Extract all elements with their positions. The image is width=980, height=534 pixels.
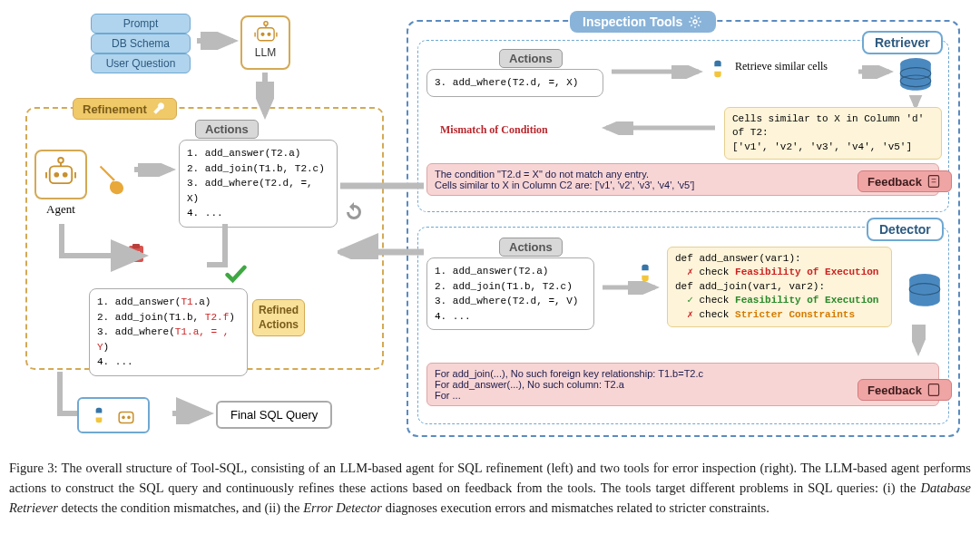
inspection-tag: Inspection Tools: [570, 11, 716, 33]
svg-point-24: [693, 20, 697, 24]
detector-code: def add_answer(var1): ✗ check Feasibilit…: [667, 247, 892, 327]
svg-rect-32: [928, 176, 938, 188]
wrench-icon: [151, 102, 167, 116]
final-sql: Final SQL Query: [216, 401, 332, 429]
svg-point-22: [122, 416, 125, 420]
robot-icon: [115, 405, 137, 425]
arrow: [338, 180, 428, 259]
arrow: [256, 71, 274, 123]
tool-sql-diagram: Prompt DB Schema User Question LLM Refin…: [9, 9, 971, 453]
refinement-tag: Refinement: [73, 98, 177, 120]
feedback-tag: Feedback: [858, 170, 952, 192]
detector-actions: 1. add_answer(T2.a) 2. add_join(T1.b, T2…: [426, 257, 594, 330]
robot-icon: [253, 21, 279, 43]
refined-actions-tag: Refined Actions: [252, 299, 305, 336]
python-icon: [708, 59, 728, 79]
executor-box: [77, 397, 150, 433]
input-user-question: User Question: [91, 53, 191, 73]
agent-box: Agent: [34, 150, 87, 217]
actions-tag: Actions: [195, 120, 259, 139]
svg-rect-2: [257, 28, 273, 41]
arrow: [195, 32, 240, 50]
python-icon: [90, 406, 108, 424]
clipboard-icon: [926, 174, 942, 189]
database-icon: [906, 272, 944, 310]
retriever-action: 3. add_where(T2.d, =, X): [426, 69, 603, 97]
svg-point-8: [58, 158, 64, 163]
arrows: [34, 219, 234, 283]
actions-tag: Actions: [499, 49, 563, 68]
svg-point-12: [63, 172, 68, 178]
feedback-tag: Feedback: [858, 379, 952, 401]
actions-tag: Actions: [499, 238, 563, 257]
input-db-schema: DB Schema: [91, 34, 191, 53]
svg-rect-39: [928, 384, 938, 396]
input-prompt: Prompt: [91, 14, 191, 34]
svg-rect-21: [119, 412, 133, 422]
llm-box: LLM: [240, 15, 290, 70]
actions-main: 1. add_answer(T2.a) 2. add_join(T1.b, T2…: [179, 140, 338, 228]
llm-label: LLM: [250, 46, 281, 59]
arrow: [132, 163, 178, 177]
python-icon: [635, 263, 655, 283]
arrow: [599, 121, 721, 135]
agent-label: Agent: [34, 202, 87, 217]
cells-box: Cells similar to X in Column 'd' of T2: …: [724, 107, 942, 160]
arrow: [608, 65, 708, 79]
database-icon: [897, 56, 935, 94]
robot-icon: [44, 157, 78, 186]
mismatch-label: Mismatch of Condition: [440, 123, 548, 137]
wrench-icon: [95, 161, 130, 196]
svg-rect-10: [50, 166, 72, 183]
detector-tag: Detector: [867, 218, 944, 241]
gear-icon: [687, 15, 703, 29]
svg-point-0: [263, 22, 267, 25]
svg-point-11: [54, 172, 59, 178]
arrow: [599, 281, 662, 295]
arrow: [912, 325, 926, 359]
svg-point-3: [260, 33, 264, 36]
svg-point-23: [127, 416, 131, 420]
clipboard-icon: [926, 383, 942, 397]
retrieve-text: Retrieve similar cells: [735, 60, 828, 73]
arrow: [855, 65, 896, 79]
svg-point-4: [267, 33, 270, 36]
retriever-tag: Retriever: [862, 31, 943, 54]
refined-actions: 1. add_answer(T1.a) 2. add_join(T1.b, T2…: [89, 288, 248, 376]
figure-caption: Figure 3: The overall structure of Tool-…: [9, 459, 971, 518]
